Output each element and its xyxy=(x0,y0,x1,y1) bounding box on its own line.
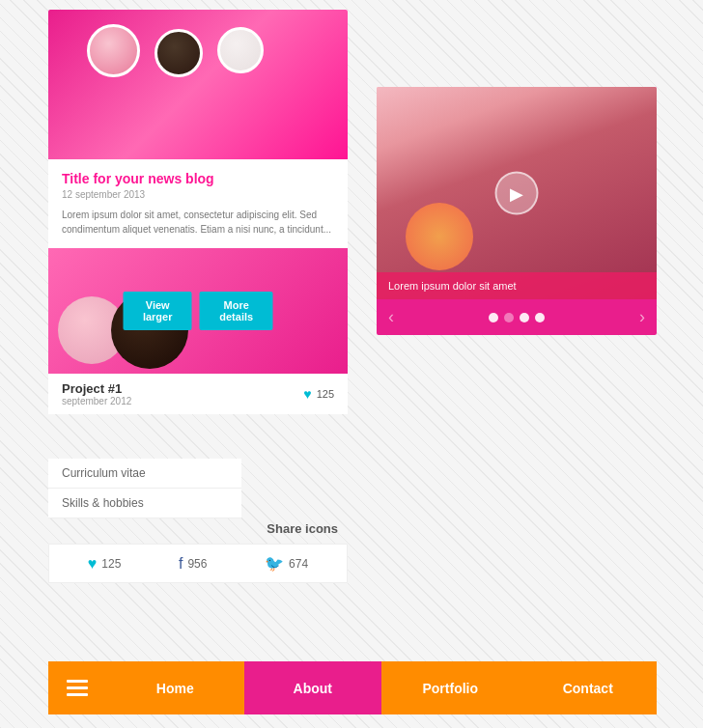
share-item-facebook: f 956 xyxy=(179,554,207,573)
blog-title: Title for your news blog xyxy=(62,171,334,186)
slider-caption: Lorem ipsum dolor sit amet xyxy=(377,272,657,299)
right-panel: ▶ Lorem ipsum dolor sit amet ‹ › xyxy=(377,87,657,335)
more-details-button[interactable]: More details xyxy=(200,292,273,330)
heart-icon: ♥ xyxy=(303,386,311,402)
share-items: ♥ 125 f 956 🐦 674 xyxy=(48,544,348,583)
share-likes-count: 125 xyxy=(101,557,121,571)
project-date: september 2012 xyxy=(62,396,131,406)
slider-dot-2[interactable] xyxy=(504,313,514,322)
hamburger-line-1 xyxy=(67,680,88,683)
nav-portfolio[interactable]: Portfolio xyxy=(381,661,520,714)
share-twitter-icon: 🐦 xyxy=(265,554,284,573)
cake-pop-3 xyxy=(217,27,264,73)
blog-text: Lorem ipsum dolor sit amet, consectetur … xyxy=(62,208,334,237)
project-meta: Project #1 september 2012 ♥ 125 xyxy=(48,374,348,414)
share-facebook-icon: f xyxy=(179,555,183,573)
share-facebook-count: 956 xyxy=(187,557,207,571)
left-panel: Title for your news blog 12 september 20… xyxy=(48,10,348,414)
share-item-likes: ♥ 125 xyxy=(88,554,122,573)
hamburger-line-3 xyxy=(67,693,88,696)
slider-prev-arrow[interactable]: ‹ xyxy=(388,307,394,327)
blog-date: 12 september 2013 xyxy=(62,189,334,200)
cake-pop-2 xyxy=(155,29,203,77)
nav-hamburger-button[interactable] xyxy=(48,661,106,714)
slider-dot-3[interactable] xyxy=(520,313,529,322)
slider-dot-4[interactable] xyxy=(535,313,545,322)
cake-pop-1 xyxy=(87,24,140,77)
project-image: View larger More details xyxy=(48,248,348,374)
nav-about[interactable]: About xyxy=(244,661,382,714)
project-likes: ♥ 125 xyxy=(303,386,334,402)
share-heart-icon: ♥ xyxy=(88,555,98,573)
sidebar-link-cv[interactable]: Curriculum vitae xyxy=(48,459,241,489)
hamburger-icon xyxy=(67,680,88,696)
overlay-buttons: View larger More details xyxy=(124,292,273,330)
slider-dot-1[interactable] xyxy=(489,313,498,322)
hamburger-line-2 xyxy=(67,686,88,689)
share-title: Share icons xyxy=(48,521,348,536)
blog-content: Title for your news blog 12 september 20… xyxy=(48,159,348,248)
project-info: Project #1 september 2012 xyxy=(62,381,131,406)
play-button[interactable]: ▶ xyxy=(495,172,539,215)
share-item-twitter: 🐦 674 xyxy=(265,554,308,573)
project-title: Project #1 xyxy=(62,381,131,396)
view-larger-button[interactable]: View larger xyxy=(124,292,192,330)
slider-nav: ‹ › xyxy=(377,299,657,335)
main-container: Title for your news blog 12 september 20… xyxy=(48,10,657,714)
slider-next-arrow[interactable]: › xyxy=(639,307,645,327)
slider-image: ▶ Lorem ipsum dolor sit amet xyxy=(377,87,657,299)
nav-contact[interactable]: Contact xyxy=(520,661,658,714)
slider-dots xyxy=(489,313,545,322)
sidebar-link-skills[interactable]: Skills & hobbies xyxy=(48,489,241,518)
share-twitter-count: 674 xyxy=(289,557,308,571)
likes-count: 125 xyxy=(317,388,334,400)
sidebar-links: Curriculum vitae Skills & hobbies xyxy=(48,459,241,518)
slider-container: ▶ Lorem ipsum dolor sit amet ‹ › xyxy=(377,87,657,335)
nav-bar: Home About Portfolio Contact xyxy=(48,661,657,714)
rose-overlay xyxy=(406,203,473,270)
blog-image xyxy=(48,10,348,159)
share-section: Share icons ♥ 125 f 956 🐦 674 xyxy=(48,521,348,583)
nav-home[interactable]: Home xyxy=(106,661,244,714)
